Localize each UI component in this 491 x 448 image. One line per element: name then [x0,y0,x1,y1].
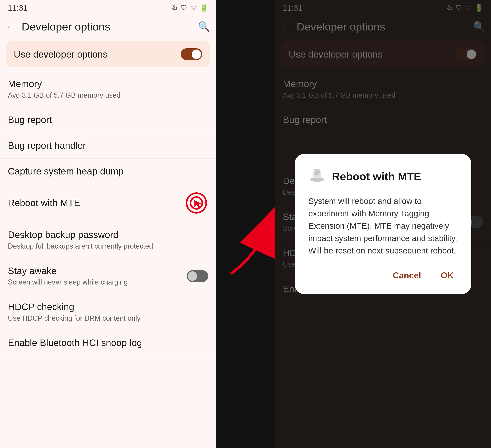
left-stay-awake-text: Stay awake Screen will never sleep while… [8,265,187,287]
left-stay-awake-toggle[interactable] [187,270,208,282]
dialog-body: System will reboot and allow to experime… [308,195,458,257]
dialog-overlay: Reboot with MTE System will reboot and a… [275,0,491,448]
left-search-button[interactable]: 🔍 [198,21,210,32]
left-capture-heap-title: Capture system heap dump [8,166,208,177]
svg-rect-5 [314,169,320,172]
dialog-title: Reboot with MTE [332,170,421,183]
left-bug-report-handler-item[interactable]: Bug report handler [0,133,216,159]
svg-rect-6 [315,172,320,173]
left-bug-report-item[interactable]: Bug report [0,107,216,133]
left-desktop-backup-text: Desktop backup password Desktop full bac… [8,229,208,251]
left-memory-subtitle: Avg 3.1 GB of 5.7 GB memory used [8,91,208,100]
left-stay-awake-subtitle: Screen will never sleep while charging [8,278,187,287]
wifi-icon: ▽ [191,4,196,12]
left-hdcp-subtitle: Use HDCP checking for DRM content only [8,314,208,323]
left-back-button[interactable]: ← [6,21,18,32]
left-bug-report-handler-title: Bug report handler [8,140,208,151]
left-status-time: 11:31 [8,4,28,12]
dialog-actions: Cancel OK [308,269,458,282]
left-panel: 11:31 ⚙ 🛡 ▽ 🔋 ← Developer options 🔍 Use … [0,0,216,448]
right-panel: 11:31 ⚙ 🛡 ▽ 🔋 ← Developer options 🔍 Use … [275,0,491,448]
left-desktop-backup-title: Desktop backup password [8,229,208,240]
mte-icon [308,166,326,183]
reboot-mte-dialog: Reboot with MTE System will reboot and a… [295,154,471,294]
left-capture-heap-text: Capture system heap dump [8,166,208,177]
left-desktop-backup-subtitle: Desktop full backups aren't currently pr… [8,242,208,251]
left-hdcp-text: HDCP checking Use HDCP checking for DRM … [8,301,208,323]
left-memory-item[interactable]: Memory Avg 3.1 GB of 5.7 GB memory used [0,71,216,107]
dialog-cancel-button[interactable]: Cancel [389,269,425,282]
left-top-bar: ← Developer options 🔍 [0,16,216,37]
shield-icon: 🛡 [181,4,188,12]
left-dev-options-label: Use developer options [14,49,108,60]
click-ripple-icon [185,191,208,215]
left-reboot-mte-text: Reboot with MTE [8,197,185,209]
click-ripple-container [185,191,208,215]
annotation-arrow [216,0,275,448]
left-bluetooth-text: Enable Bluetooth HCI snoop log [8,337,208,349]
dialog-ok-button[interactable]: OK [437,269,458,282]
settings-icon: ⚙ [172,4,178,12]
left-reboot-mte-item[interactable]: Reboot with MTE [0,184,216,222]
left-dev-options-banner[interactable]: Use developer options [6,41,210,67]
left-dev-options-toggle[interactable] [181,48,202,60]
center-divider [216,0,275,448]
left-settings-list: Memory Avg 3.1 GB of 5.7 GB memory used … [0,71,216,448]
dialog-icon [308,166,326,187]
left-capture-heap-item[interactable]: Capture system heap dump [0,159,216,184]
left-reboot-mte-title: Reboot with MTE [8,197,185,209]
left-hdcp-item[interactable]: HDCP checking Use HDCP checking for DRM … [0,294,216,330]
left-status-icons: ⚙ 🛡 ▽ 🔋 [172,4,208,12]
left-bug-report-text: Bug report [8,114,208,125]
dialog-header: Reboot with MTE [308,166,458,187]
left-memory-text: Memory Avg 3.1 GB of 5.7 GB memory used [8,78,208,100]
left-stay-awake-title: Stay awake [8,265,187,277]
battery-icon: 🔋 [199,4,208,12]
left-hdcp-title: HDCP checking [8,301,208,313]
left-bluetooth-title: Enable Bluetooth HCI snoop log [8,337,208,349]
left-stay-awake-item[interactable]: Stay awake Screen will never sleep while… [0,258,216,294]
left-bug-report-title: Bug report [8,114,208,125]
left-page-title: Developer options [22,20,194,33]
left-desktop-backup-item[interactable]: Desktop backup password Desktop full bac… [0,222,216,258]
svg-rect-7 [315,173,319,175]
left-bluetooth-item[interactable]: Enable Bluetooth HCI snoop log [0,330,216,356]
left-status-bar: 11:31 ⚙ 🛡 ▽ 🔋 [0,0,216,16]
left-bug-report-handler-text: Bug report handler [8,140,208,151]
left-memory-title: Memory [8,78,208,90]
